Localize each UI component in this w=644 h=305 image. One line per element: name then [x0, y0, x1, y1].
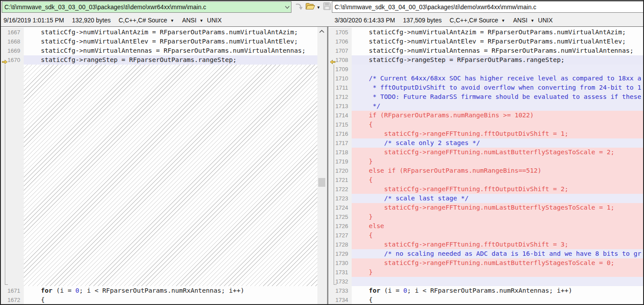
line-number: 1710 [329, 74, 352, 83]
code-text[interactable]: /* Current 64xx/68xx SOC has higher rece… [352, 74, 643, 83]
code-text[interactable]: staticCfg->rangeFFTtuning.fftOutputDivSh… [352, 185, 643, 194]
code-text[interactable]: { [352, 231, 643, 240]
code-text[interactable]: } [352, 212, 643, 221]
code-text[interactable]: staticCfg->numVirtualAntennas = RFparser… [24, 46, 317, 55]
code-line: 1730 staticCfg->rangeFFTtuning.numLastBu… [329, 258, 643, 268]
line-number: 1726 [329, 221, 352, 231]
line-number: 1705 [329, 28, 352, 37]
code-text[interactable]: * fftOutputDivShift to avoid overflow wh… [352, 83, 643, 92]
code-text[interactable]: else if (RFparserOutParams.numRangeBins=… [352, 166, 643, 175]
code-text[interactable]: staticCfg->rangeFFTtuning.numLastButterf… [352, 148, 643, 157]
code-text[interactable]: } [352, 157, 643, 166]
line-number: 1672 [1, 295, 24, 305]
line-number: 1725 [329, 212, 352, 221]
code-text[interactable]: staticCfg->numVirtualAntAzim = RFparserO… [24, 28, 317, 37]
code-text[interactable]: staticCfg->rangeFFTtuning.fftOutputDivSh… [352, 129, 643, 138]
code-text[interactable]: staticCfg->rangeFFTtuning.numLastButterf… [352, 203, 643, 212]
chevron-down-icon[interactable]: ▼ [200, 18, 204, 23]
chevron-down-icon[interactable] [283, 6, 291, 9]
line-number: 1706 [329, 37, 352, 46]
missing-lines-gap [1, 65, 317, 286]
line-number: 1723 [329, 194, 352, 203]
diff-section-bracket [334, 65, 337, 285]
code-text[interactable] [352, 277, 643, 286]
left-path-combobox[interactable]: C:\ti\mmwave_sdk_03_03_00_03\packages\ti… [2, 1, 291, 13]
code-line: 1720 else if (RFparserOutParams.numRange… [329, 166, 643, 175]
left-modified-date: 9/16/2019 1:01:15 PM [4, 17, 64, 24]
chevron-down-icon[interactable]: ▼ [170, 18, 174, 23]
right-path-combobox[interactable]: C:\ti\mmwave_sdk_03_04_00_03\packages\ti… [332, 1, 644, 13]
code-text[interactable]: staticCfg->rangeFFTtuning.fftOutputDivSh… [352, 240, 643, 249]
scrollbar-thumb[interactable] [318, 178, 325, 187]
code-line: 1715 { [329, 120, 643, 129]
right-code-pane[interactable]: 1705 staticCfg->numVirtualAntAzim = RFpa… [329, 27, 643, 305]
code-text[interactable]: staticCfg->numVirtualAntElev = RFparserO… [352, 37, 643, 46]
right-file-size: 137,509 bytes [403, 17, 442, 24]
chevron-down-icon[interactable]: ▼ [531, 18, 535, 23]
right-format-select[interactable]: C,C++,C# Source [450, 17, 498, 24]
code-text[interactable]: for (i = 0; i < RFparserOutParams.numRxA… [24, 286, 317, 295]
code-text[interactable]: staticCfg->rangeFFTtuning.numLastButterf… [352, 258, 643, 268]
line-number: 1732 [329, 277, 352, 286]
code-text[interactable]: staticCfg->numVirtualAntennas = RFparser… [352, 46, 643, 55]
save-button[interactable] [322, 2, 332, 12]
code-line: 1734 { [329, 295, 643, 305]
diff-section-bracket [5, 65, 8, 285]
left-vertical-scrollbar[interactable] [317, 27, 326, 305]
line-number: 1724 [329, 203, 352, 212]
line-number: 1708 [329, 55, 352, 65]
left-encoding-select[interactable]: ANSI [182, 17, 196, 24]
line-number: 1715 [329, 120, 352, 129]
line-number: 1717 [329, 138, 352, 148]
code-text[interactable]: else [352, 221, 643, 231]
code-text[interactable] [352, 65, 643, 74]
code-text[interactable]: staticCfg->numVirtualAntAzim = RFparserO… [352, 28, 643, 37]
code-text[interactable]: for (i = 0; i < RFparserOutParams.numRxA… [352, 286, 643, 295]
code-line: 1709 [329, 65, 643, 74]
code-text[interactable]: /* no scaling needed as ADC data is 16-b… [352, 249, 643, 258]
code-text[interactable]: staticCfg->rangeStep = RFparserOutParams… [24, 55, 317, 65]
browse-file-button[interactable] [305, 2, 316, 12]
line-number: 1719 [329, 157, 352, 166]
line-number: 1730 [329, 258, 352, 268]
code-text[interactable]: if (RFparserOutParams.numRangeBins >= 10… [352, 111, 643, 120]
code-line: 1667 staticCfg->numVirtualAntAzim = RFpa… [1, 28, 317, 37]
code-line: 1716 staticCfg->rangeFFTtuning.fftOutput… [329, 129, 643, 138]
code-text[interactable]: */ [352, 102, 643, 111]
chevron-up-icon [319, 27, 324, 35]
scroll-up-button[interactable] [317, 27, 326, 34]
line-number: 1711 [329, 83, 352, 92]
gap-hatch [24, 65, 317, 286]
right-encoding-select[interactable]: ANSI [513, 17, 528, 24]
code-text[interactable]: /* scale last stage */ [352, 194, 643, 203]
code-line: 1668 staticCfg->numVirtualAntElev = RFpa… [1, 37, 317, 46]
line-number: 1722 [329, 185, 352, 194]
code-text[interactable]: /* scale only 2 stages */ [352, 138, 643, 148]
chevron-down-icon[interactable]: ▼ [501, 18, 505, 23]
code-text[interactable]: * TODO: Future RadarSS firmware should b… [352, 92, 643, 102]
line-number: 1669 [1, 46, 24, 55]
right-modified-date: 3/30/2020 6:14:33 PM [335, 17, 395, 24]
line-number: 1734 [329, 295, 352, 305]
swap-sides-button[interactable] [294, 2, 304, 12]
browse-dropdown-icon[interactable]: ▼ [317, 5, 320, 10]
code-text[interactable]: { [352, 295, 643, 305]
code-text[interactable]: { [352, 175, 643, 185]
code-text[interactable]: staticCfg->rangeStep = RFparserOutParams… [352, 55, 643, 65]
left-format-select[interactable]: C,C++,C# Source [119, 17, 167, 24]
line-number: 1667 [1, 28, 24, 37]
line-number: 1721 [329, 175, 352, 185]
code-line: 1672 { [1, 295, 317, 305]
left-code-pane[interactable]: 1667 staticCfg->numVirtualAntAzim = RFpa… [1, 27, 317, 305]
code-text[interactable]: } [352, 268, 643, 277]
line-number: 1728 [329, 240, 352, 249]
code-text[interactable]: staticCfg->numVirtualAntElev = RFparserO… [24, 37, 317, 46]
pane-divider [327, 27, 328, 305]
line-number: 1727 [329, 231, 352, 240]
code-line: 1728 staticCfg->rangeFFTtuning.fftOutput… [329, 240, 643, 249]
code-line: 1707 staticCfg->numVirtualAntennas = RFp… [329, 46, 643, 55]
code-line: 1733 for (i = 0; i < RFparserOutParams.n… [329, 286, 643, 295]
code-text[interactable]: { [24, 295, 317, 305]
code-text[interactable]: { [352, 120, 643, 129]
code-line: 1670 staticCfg->rangeStep = RFparserOutP… [1, 55, 317, 65]
